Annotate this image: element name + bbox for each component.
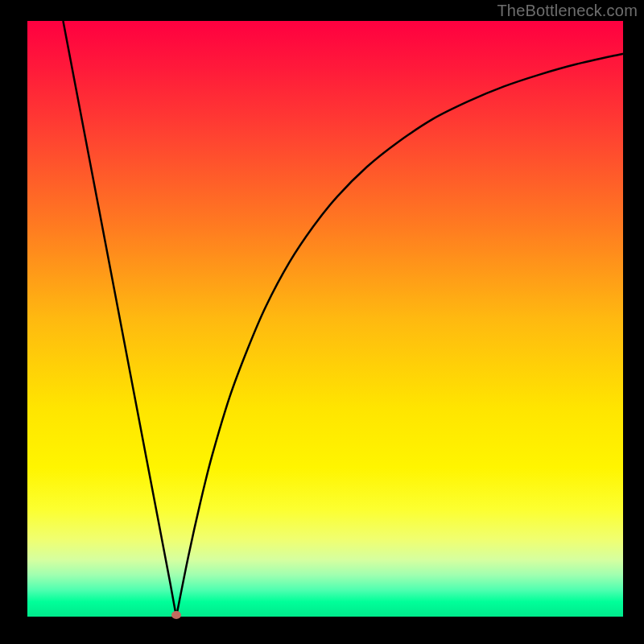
minimum-marker <box>171 611 181 619</box>
bottleneck-chart <box>0 0 644 644</box>
watermark-text: TheBottleneck.com <box>497 2 638 20</box>
chart-frame: TheBottleneck.com <box>0 0 644 644</box>
plot-background <box>27 21 623 617</box>
